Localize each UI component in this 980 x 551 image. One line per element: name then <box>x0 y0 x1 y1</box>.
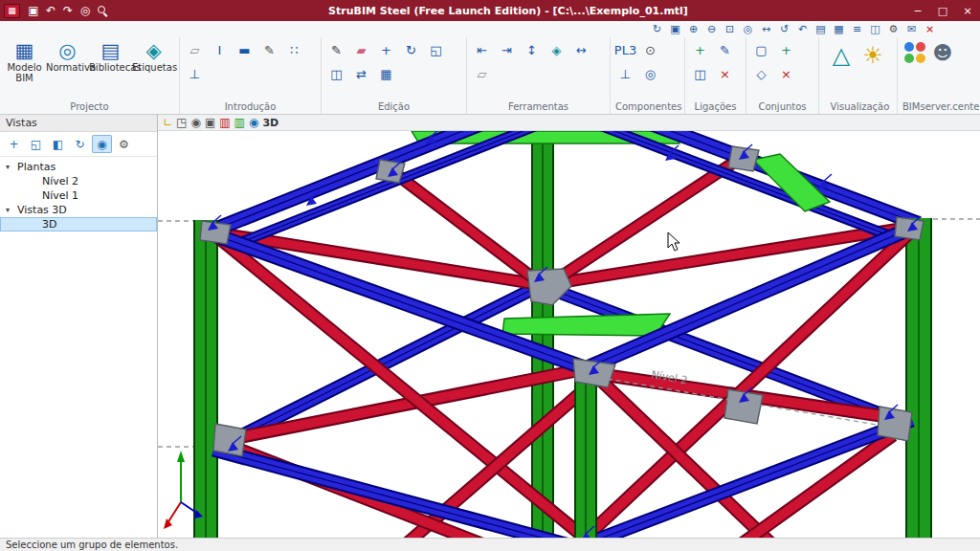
scale-icon[interactable]: ◱ <box>424 38 448 61</box>
tag-icon[interactable]: ◈ <box>545 38 568 61</box>
view-cone-icon[interactable]: △ <box>826 38 857 73</box>
ribbon-button-icon: ▤ <box>89 39 132 63</box>
edit-plate-icon[interactable]: ▱ <box>470 62 494 85</box>
pan-icon[interactable]: ↔ <box>758 22 774 36</box>
tree-item-plantas[interactable]: ▾ Plantas <box>0 160 157 174</box>
normativa-button[interactable]: ◎ Normativa <box>46 38 89 100</box>
minimize-button[interactable]: ─ <box>905 1 930 20</box>
new-connection-icon[interactable]: + <box>688 38 712 61</box>
delete-connection-icon[interactable]: × <box>713 62 737 85</box>
insert-plate-icon[interactable]: ▱ <box>183 38 207 61</box>
plate-pl3-icon[interactable]: PL3 <box>613 38 637 61</box>
settings-icon[interactable]: ⚙ <box>885 22 902 36</box>
view-box-icon[interactable]: ◧ <box>48 135 68 153</box>
view-cube-icon[interactable]: ◳ <box>176 116 187 130</box>
columns-green-icon[interactable]: ▥ <box>234 116 245 130</box>
zoom-out-icon[interactable]: ⊖ <box>703 22 720 36</box>
copy-connection-icon[interactable]: ◫ <box>688 62 712 85</box>
tree-item-label: Plantas <box>17 161 56 173</box>
close-view-icon[interactable]: × <box>922 22 938 36</box>
erase-icon[interactable]: ▰ <box>349 38 373 61</box>
measure-icon[interactable]: ↕ <box>520 38 544 61</box>
tree-item-label: Nível 2 <box>42 175 78 187</box>
windows-icon[interactable]: ◫ <box>867 22 883 36</box>
insert-grid-icon[interactable]: ∷ <box>282 38 306 61</box>
ucs-icon[interactable]: ∟ <box>163 116 172 130</box>
tree-item-nivel-2[interactable]: Nível 2 <box>0 174 157 188</box>
insert-weld-icon[interactable]: ✎ <box>257 38 281 61</box>
view-config-icon[interactable]: ⚙ <box>114 135 134 153</box>
bibliotecas-button[interactable]: ▤ Bibliotecas <box>89 38 132 100</box>
tree-item-vistas-3d[interactable]: ▾ Vistas 3D <box>0 203 157 217</box>
etiquetas-button[interactable]: ◈ Etiquetas <box>132 38 175 100</box>
layers-icon[interactable]: ≡ <box>849 22 865 36</box>
modelo-bim-button[interactable]: ▦ Modelo BIM <box>3 38 46 100</box>
sync-icon[interactable]: ◎ <box>77 3 94 18</box>
light-icon[interactable]: ☀ <box>858 38 888 73</box>
ribbon-button-label: Etiquetas <box>132 63 175 74</box>
3d-model-scene[interactable]: Nível 2 <box>158 131 980 538</box>
tree-expander-icon[interactable]: ▾ <box>6 206 17 214</box>
ribbon-button-label: Bibliotecas <box>89 63 132 74</box>
ribbon-group-edicao: ✎▰+↻◱◫⇄▦ Edição <box>322 37 467 114</box>
stiffener-icon[interactable]: ◎ <box>638 62 662 85</box>
refresh-icon[interactable]: ↻ <box>649 22 665 36</box>
mode-3d-label[interactable]: 3D <box>262 116 278 130</box>
search-icon[interactable] <box>96 4 109 17</box>
edit-connection-icon[interactable]: ✎ <box>713 38 737 61</box>
new-view-icon[interactable]: + <box>4 135 24 153</box>
app-icon[interactable]: ▦ <box>4 4 20 18</box>
insert-column-icon[interactable]: I <box>208 38 232 61</box>
new-set-icon[interactable]: ▢ <box>749 38 773 61</box>
undo-icon[interactable]: ↶ <box>42 3 59 18</box>
rotate-view-icon[interactable]: ↻ <box>70 135 90 153</box>
insert-anchor-icon[interactable]: ⊥ <box>183 62 207 85</box>
bimserver-logo-icon[interactable] <box>901 38 929 67</box>
ribbon-button-icon: ◎ <box>46 39 89 63</box>
bolt-icon[interactable]: ⊙ <box>638 38 662 61</box>
3d-viewport[interactable]: Nível 2 <box>158 131 980 538</box>
save-icon[interactable]: ▣ <box>25 3 42 18</box>
render-mode-icon[interactable]: ▣ <box>205 116 215 130</box>
extend-icon[interactable]: ⇤ <box>470 38 494 61</box>
ribbon-group-visualizacao: △☀ Visualização <box>823 37 898 114</box>
ribbon-group-introducao: ▱I▬✎∷⊥ Introdução <box>180 37 322 114</box>
messages-icon[interactable]: ✉ <box>903 22 920 36</box>
rotate-icon[interactable]: ↻ <box>399 38 423 61</box>
maximize-button[interactable]: □ <box>930 1 955 20</box>
group-label-conjuntos: Conjuntos <box>749 100 815 114</box>
snapshot-icon[interactable]: ▣ <box>667 22 683 36</box>
mirror-icon[interactable]: ⇄ <box>349 62 373 85</box>
trim-icon[interactable]: ⇥ <box>495 38 519 61</box>
add-to-set-icon[interactable]: + <box>774 38 798 61</box>
views-panel-title: Vistas <box>0 115 157 132</box>
tree-expander-icon[interactable]: ▾ <box>6 163 17 171</box>
delete-set-icon[interactable]: × <box>774 62 798 85</box>
tree-item-nivel-1[interactable]: Nível 1 <box>0 188 157 203</box>
draw-icon[interactable]: ✎ <box>324 38 348 61</box>
visibility-icon[interactable]: ◉ <box>92 135 112 153</box>
orbit-icon[interactable]: ↺ <box>776 22 792 36</box>
columns-red-icon[interactable]: ▥ <box>219 116 230 130</box>
print-icon[interactable]: ▤ <box>813 22 829 36</box>
main-area: Vistas +◱◧↻◉⚙ ▾ Plantas Nível 2 Nível 1 … <box>0 115 980 538</box>
visibility-eye-icon[interactable]: ◉ <box>249 116 258 130</box>
dimension-icon[interactable]: ↔ <box>569 38 593 61</box>
explode-set-icon[interactable]: ◇ <box>749 62 773 85</box>
insert-beam-icon[interactable]: ▬ <box>233 38 256 61</box>
zoom-in-icon[interactable]: ⊕ <box>685 22 702 36</box>
redo-icon[interactable]: ↷ <box>59 3 77 18</box>
camera-icon[interactable]: ◉ <box>190 116 200 130</box>
duplicate-view-icon[interactable]: ◱ <box>26 135 46 153</box>
copy-icon[interactable]: ◫ <box>324 62 348 85</box>
anchor-bolt-icon[interactable]: ⊥ <box>613 62 637 85</box>
zoom-extents-icon[interactable]: ◎ <box>740 22 756 36</box>
move-icon[interactable]: + <box>374 38 398 61</box>
zoom-window-icon[interactable]: ⊡ <box>722 22 738 36</box>
grid-icon[interactable]: ▦ <box>831 22 847 36</box>
close-button[interactable]: × <box>955 1 980 20</box>
user-account-icon[interactable]: ☻ <box>930 38 955 67</box>
array-icon[interactable]: ▦ <box>374 62 398 85</box>
previous-view-icon[interactable]: ↶ <box>794 22 811 36</box>
tree-item-3d[interactable]: 3D <box>0 217 157 231</box>
